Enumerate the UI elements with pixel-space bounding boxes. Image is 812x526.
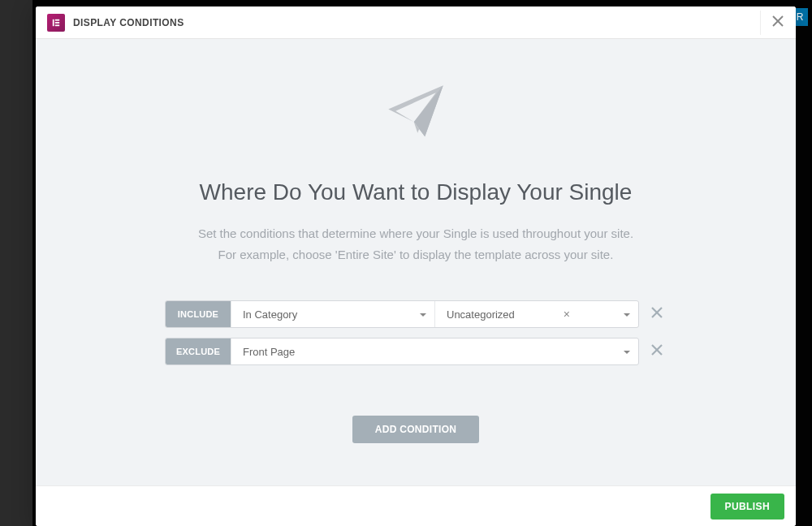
elementor-logo-icon	[47, 14, 65, 32]
background-sidebar	[0, 0, 32, 526]
exclude-badge[interactable]: EXCLUDE	[166, 338, 231, 364]
display-conditions-modal: DISPLAY CONDITIONS Where Do You Want to …	[36, 6, 796, 526]
publish-button[interactable]: PUBLISH	[710, 494, 784, 520]
description: Set the conditions that determine where …	[156, 223, 676, 265]
close-button[interactable]	[760, 11, 784, 35]
select-value: In Category	[243, 308, 297, 321]
condition-value-select[interactable]: Uncategorized ×	[434, 301, 638, 327]
modal-title: DISPLAY CONDITIONS	[73, 17, 184, 28]
close-icon	[772, 15, 784, 30]
remove-condition-button[interactable]	[647, 338, 667, 364]
caret-down-icon	[624, 346, 630, 358]
description-line2: For example, choose 'Entire Site' to dis…	[218, 248, 614, 261]
condition-row: INCLUDE In Category Uncategorized ×	[165, 300, 667, 328]
modal-body: Where Do You Want to Display Your Single…	[36, 39, 796, 485]
description-line1: Set the conditions that determine where …	[198, 226, 633, 240]
modal-footer: PUBLISH	[36, 485, 796, 526]
svg-marker-7	[624, 313, 630, 317]
select-value: Front Page	[243, 346, 295, 358]
condition-row-inner: EXCLUDE Front Page	[165, 338, 639, 365]
add-condition-button[interactable]: ADD CONDITION	[352, 416, 480, 443]
condition-row-inner: INCLUDE In Category Uncategorized ×	[165, 300, 639, 328]
heading: Where Do You Want to Display Your Single	[36, 179, 796, 205]
close-icon	[651, 307, 663, 321]
conditions-list: INCLUDE In Category Uncategorized ×	[165, 300, 667, 365]
modal-header: DISPLAY CONDITIONS	[36, 6, 796, 39]
include-badge[interactable]: INCLUDE	[166, 301, 231, 327]
svg-rect-1	[55, 19, 59, 20]
svg-marker-6	[420, 313, 426, 317]
svg-rect-0	[53, 19, 54, 25]
svg-rect-2	[55, 22, 59, 24]
close-icon	[651, 344, 663, 359]
caret-down-icon	[624, 308, 630, 321]
condition-type-select[interactable]: Front Page	[231, 338, 638, 364]
paper-plane-icon	[36, 84, 796, 145]
caret-down-icon	[420, 308, 426, 321]
condition-row: EXCLUDE Front Page	[165, 338, 667, 365]
condition-type-select[interactable]: In Category	[231, 301, 434, 327]
svg-rect-3	[55, 24, 59, 26]
remove-condition-button[interactable]	[647, 301, 667, 327]
clear-value-icon[interactable]: ×	[564, 308, 570, 320]
svg-marker-10	[624, 351, 630, 354]
select-value: Uncategorized	[447, 308, 515, 321]
